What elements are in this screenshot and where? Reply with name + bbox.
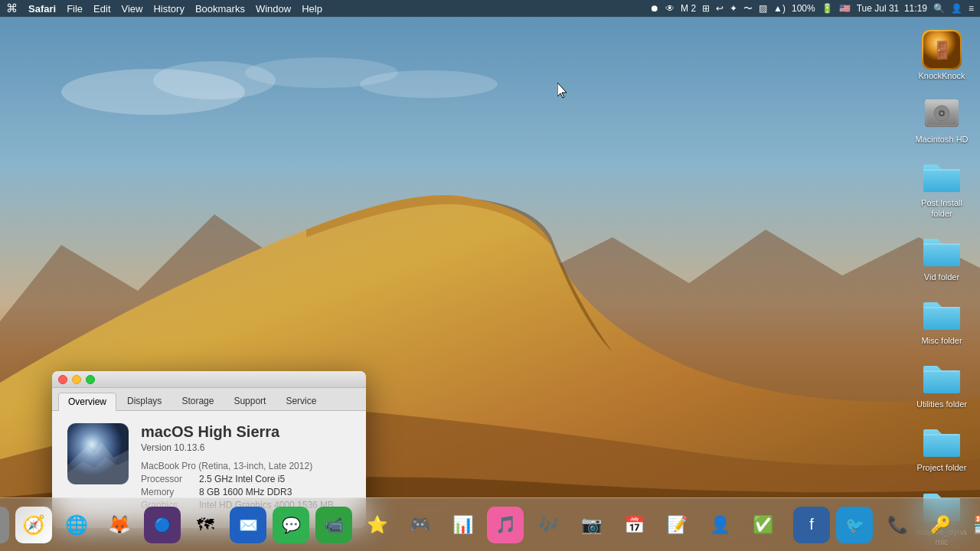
dialog-titlebar (52, 371, 366, 388)
dock-reminders[interactable]: ✅ (743, 505, 782, 545)
dock-photos[interactable]: 📷 (571, 505, 611, 545)
m2-indicator: M 2 (681, 3, 696, 14)
minimize-button[interactable] (72, 375, 81, 384)
dock-contacts[interactable]: 👤 (700, 505, 740, 545)
vid-folder-icon (922, 231, 962, 271)
desktop: ⌘ Safari File Edit View History Bookmark… (0, 0, 980, 551)
menubar-right: ⏺ 👁 M 2 ⊞ ↩ ✦ 〜 ▨ ▲) 100% 🔋 🇺🇸 Tue Jul 3… (650, 2, 974, 15)
dock-calendar[interactable]: 📅 (614, 505, 654, 545)
knockknock-label: KnockKnock (918, 71, 965, 81)
apple-menu[interactable]: ⌘ (6, 2, 18, 15)
display-icon[interactable]: ▨ (759, 3, 767, 14)
macintosh-hd-label: Macintosh HD (915, 135, 968, 145)
tab-displays[interactable]: Displays (118, 393, 171, 410)
app-name[interactable]: Safari (28, 3, 56, 15)
menu-history[interactable]: History (153, 3, 184, 15)
desktop-icon-misc[interactable]: Misc folder (911, 292, 972, 349)
misc-folder-icon (922, 295, 962, 334)
processor-row: Processor 2.5 GHz Intel Core i5 (141, 474, 351, 484)
menu-file[interactable]: File (67, 3, 83, 15)
maximize-button[interactable] (86, 375, 95, 384)
svg-point-11 (941, 112, 943, 115)
tab-support[interactable]: Support (224, 393, 275, 410)
desktop-icon-vid[interactable]: Vid folder (911, 228, 972, 285)
misc-folder-label: Misc folder (921, 336, 962, 346)
dock-facebook[interactable]: f (792, 505, 831, 545)
menu-help[interactable]: Help (302, 3, 322, 15)
utilities-folder-label: Utilities folder (916, 399, 967, 409)
dock-facetime[interactable]: 📹 (314, 505, 354, 545)
model-value: MacBook Pro (Retina, 13-inch, Late 2012) (141, 461, 312, 471)
menubar-left: ⌘ Safari File Edit View History Bookmark… (6, 2, 322, 15)
dock-notes[interactable]: 📝 (657, 505, 697, 545)
dock-appstore[interactable]: 🏪 (963, 505, 980, 545)
dock-clipmenu[interactable]: 🎮 (400, 505, 439, 545)
language-icon[interactable]: 🇺🇸 (839, 3, 851, 14)
dock-twitter[interactable]: 🐦 (835, 505, 874, 545)
svg-text:🚪: 🚪 (932, 40, 953, 60)
search-icon[interactable]: 🔍 (933, 3, 945, 14)
svg-point-3 (245, 57, 398, 88)
dock-delicious[interactable]: ⭐ (357, 505, 397, 545)
menu-bookmarks[interactable]: Bookmarks (195, 3, 245, 15)
dialog-tabs: Overview Displays Storage Support Servic… (52, 388, 366, 411)
os-logo (67, 423, 129, 484)
dock-music[interactable]: 🎵 (485, 505, 525, 545)
dock-1password[interactable]: 🔑 (920, 505, 960, 545)
desktop-icons: 🚪 KnockKnock (911, 27, 972, 550)
os-name: High Sierra (198, 423, 280, 440)
post-install-folder-icon (922, 157, 962, 197)
svg-point-4 (360, 70, 498, 98)
dock-skype[interactable]: 📞 (877, 505, 917, 545)
knockknock-app-icon: 🚪 (922, 30, 962, 70)
dock-charts[interactable]: 📊 (443, 505, 482, 545)
wifi-icon[interactable]: 〜 (743, 2, 753, 15)
dock-chrome[interactable]: 🌐 (57, 505, 96, 545)
dock-system-prefs[interactable]: ⚙️ (0, 505, 11, 545)
dock-firefox[interactable]: 🦊 (100, 505, 139, 545)
project-folder-label: Project folder (917, 463, 967, 473)
hd-icon (922, 93, 962, 133)
desktop-icon-knockknock[interactable]: 🚪 KnockKnock (911, 27, 972, 84)
vid-folder-label: Vid folder (924, 272, 959, 282)
os-title: macOS High Sierra (141, 423, 351, 441)
desktop-icon-macintosh-hd[interactable]: Macintosh HD (911, 90, 972, 148)
bluetooth-icon[interactable]: ✦ (730, 3, 737, 14)
menu-view[interactable]: View (122, 3, 143, 15)
os-prefix: macOS (141, 423, 194, 440)
tab-overview[interactable]: Overview (58, 393, 116, 411)
user-icon[interactable]: 👤 (951, 3, 962, 14)
utilities-folder-icon (922, 358, 962, 398)
tab-service[interactable]: Service (276, 393, 325, 410)
grid-icon[interactable]: ⊞ (702, 3, 710, 14)
desktop-icon-project[interactable]: Project folder (911, 419, 972, 476)
menu-edit[interactable]: Edit (93, 3, 110, 15)
desktop-icon-post-install[interactable]: Post Install folder (911, 154, 972, 221)
processor-label: Processor (141, 474, 196, 484)
desktop-icon-utilities[interactable]: Utilities folder (911, 355, 972, 412)
memory-row: Memory 8 GB 1600 MHz DDR3 (141, 487, 351, 497)
dock-maps[interactable]: 🗺 (185, 505, 225, 545)
svg-point-1 (61, 69, 245, 115)
volume-icon[interactable]: ▲) (773, 3, 786, 14)
battery-icon[interactable]: 🔋 (822, 3, 833, 14)
dock-tor[interactable]: 🔵 (142, 505, 182, 545)
dock-mail[interactable]: ✉️ (228, 505, 268, 545)
notif-icon[interactable]: ≡ (969, 3, 974, 14)
menu-window[interactable]: Window (256, 3, 291, 15)
project-folder-icon (922, 422, 962, 461)
model-row: MacBook Pro (Retina, 13-inch, Late 2012) (141, 461, 351, 471)
timemachine-icon[interactable]: ↩ (716, 3, 724, 14)
record-icon[interactable]: ⏺ (650, 3, 659, 14)
dock-itunes[interactable]: 🎶 (528, 505, 568, 545)
post-install-label: Post Install folder (914, 198, 969, 218)
menubar: ⌘ Safari File Edit View History Bookmark… (0, 0, 980, 17)
screentime-icon[interactable]: 👁 (665, 3, 675, 14)
close-button[interactable] (58, 375, 67, 384)
memory-value: 8 GB 1600 MHz DDR3 (199, 487, 292, 497)
dock-safari[interactable]: 🧭 (14, 505, 54, 545)
dock: 😊 🚀 ⬛ ⚙️ 🧭 🌐 🦊 🔵 🗺 (0, 497, 980, 551)
cursor (557, 83, 570, 98)
dock-messages[interactable]: 💬 (271, 505, 311, 545)
tab-storage[interactable]: Storage (172, 393, 223, 410)
